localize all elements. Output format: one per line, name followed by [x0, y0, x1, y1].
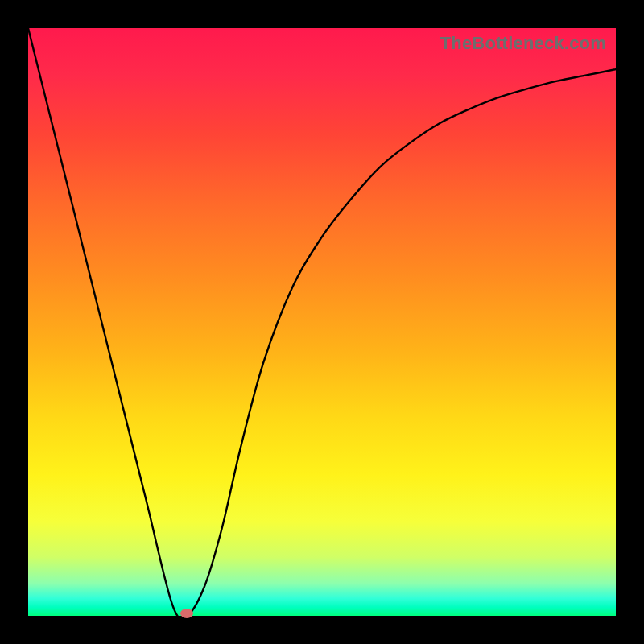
- minimum-point-marker: [180, 609, 193, 618]
- bottleneck-curve: [28, 28, 616, 616]
- plot-area: TheBottleneck.com: [28, 28, 616, 616]
- chart-frame: TheBottleneck.com: [0, 0, 644, 644]
